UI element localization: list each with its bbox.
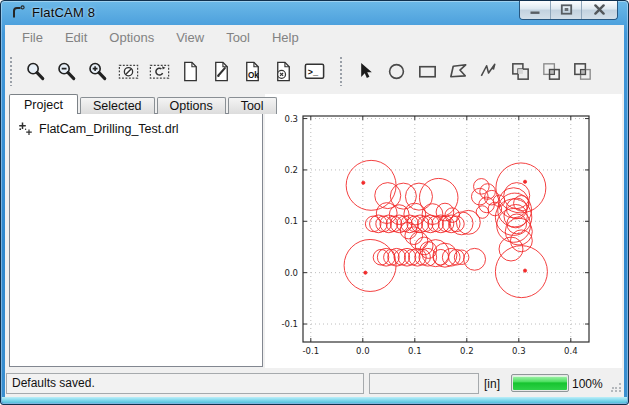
menu-options[interactable]: Options [100,27,163,48]
subtract-icon [571,60,594,83]
client-area: FileEditOptionsViewToolHelp Ok>_ Project… [5,25,624,397]
menu-tool[interactable]: Tool [217,27,259,48]
minimize-button[interactable] [520,1,551,19]
flatcam-window: FlatCAM 8 FileEditOptionsViewToolHelp Ok… [0,0,629,405]
drill-hole-circle [410,232,428,250]
drill-hole-circle [364,271,367,274]
close-icon [593,1,606,19]
drill-hole-circle [464,248,486,270]
status-aux-box [369,373,479,394]
x-tick-label: 0.0 [356,346,370,356]
zoom-out-icon [55,60,78,83]
drill-hole-circle [405,183,432,210]
svg-text:>_: >_ [308,67,319,77]
drill-hole-circle [362,181,365,184]
status-message: Defaults saved. [6,373,364,394]
close-button[interactable] [582,1,617,19]
edit-file-icon [210,60,233,83]
window-bottom-frame [2,397,627,403]
maximize-icon [560,1,573,19]
terminal-icon: >_ [303,60,326,83]
cancel-file-icon [272,60,295,83]
circle-tool-icon [385,60,408,83]
y-tick-label: 0.0 [284,268,298,278]
draw-rectangle-button[interactable] [416,57,440,85]
intersection-icon [540,60,563,83]
y-tick-label: -0.1 [281,319,298,329]
drill-hole-circle [523,269,526,272]
resize-grip-icon[interactable] [610,384,620,394]
drill-hole-circle [523,180,526,183]
window-title: FlatCAM 8 [32,5,95,20]
menu-help[interactable]: Help [263,27,308,48]
new-project-button[interactable] [179,57,203,85]
svg-text:Ok: Ok [248,70,259,79]
shell-button[interactable]: >_ [303,57,327,85]
tab-bar: ProjectSelectedOptionsTool [9,94,279,114]
drill-hole-circle [476,206,488,218]
x-tick-label: 0.1 [408,346,422,356]
progress-fill [513,376,567,390]
tree-item-label: FlatCam_Drilling_Test.drl [39,122,179,136]
plot-frame [303,116,589,342]
draw-polygon-button[interactable] [447,57,471,85]
tree-item[interactable]: FlatCam_Drilling_Test.drl [10,114,262,137]
tab-options[interactable]: Options [157,97,226,114]
arrow-cursor-icon [354,60,377,83]
tab-tool[interactable]: Tool [228,97,277,114]
maximize-button[interactable] [551,1,582,19]
drill-plot: -0.10.00.10.20.30.4-0.10.00.10.20.3 [265,94,622,368]
zoom-out-button[interactable] [55,57,79,85]
replot-button[interactable] [148,57,172,85]
polygon-intersection-button[interactable] [540,57,564,85]
union-icon [509,60,532,83]
progress-bar [511,374,569,392]
minimize-icon [529,1,541,19]
toolbar-drag-handle[interactable] [339,56,344,86]
polyline-tool-icon [478,60,501,83]
tab-project[interactable]: Project [9,94,78,114]
zoom-fit-button[interactable] [24,57,48,85]
window-controls [519,1,618,20]
menu-edit[interactable]: Edit [56,27,96,48]
polygon-subtract-button[interactable] [571,57,595,85]
status-bar: Defaults saved. [in] 100% [5,369,624,397]
progress-percent-label: 100% [572,377,603,391]
flatcam-logo-icon [10,4,26,20]
zoom-in-icon [86,60,109,83]
geometry-editor-toolbar [339,56,598,86]
accept-changes-button[interactable]: Ok [241,57,265,85]
project-tree-panel[interactable]: FlatCam_Drilling_Test.drl [9,113,263,367]
polygon-tool-icon [447,60,470,83]
y-tick-label: 0.1 [284,216,298,226]
drill-hole-circle [495,246,547,298]
draw-circle-button[interactable] [385,57,409,85]
y-tick-label: 0.2 [284,165,298,175]
menu-view[interactable]: View [167,27,213,48]
select-button[interactable] [354,57,378,85]
cancel-changes-button[interactable] [272,57,296,85]
zoom-in-button[interactable] [86,57,110,85]
polygon-union-button[interactable] [509,57,533,85]
clear-plot-icon [117,60,140,83]
replot-icon [148,60,171,83]
menubar: FileEditOptionsViewToolHelp [5,25,624,49]
clear-plot-button[interactable] [117,57,141,85]
menu-file[interactable]: File [13,27,52,48]
draw-path-button[interactable] [478,57,502,85]
drill-icon [18,121,34,137]
x-tick-label: 0.2 [460,346,474,356]
titlebar[interactable]: FlatCAM 8 [1,1,628,25]
plot-toolbar: Ok>_ [9,56,330,86]
toolbar: Ok>_ [5,49,624,93]
plot-canvas[interactable]: -0.10.00.10.20.30.4-0.10.00.10.20.3 [265,94,622,368]
y-tick-label: 0.3 [284,114,298,124]
zoom-fit-icon [24,60,47,83]
toolbar-drag-handle[interactable] [9,56,14,86]
ok-file-icon: Ok [241,60,264,83]
x-tick-label: 0.4 [564,346,578,356]
x-tick-label: 0.3 [512,346,526,356]
tab-selected[interactable]: Selected [80,97,155,114]
open-project-button[interactable] [210,57,234,85]
x-tick-label: -0.1 [303,346,320,356]
